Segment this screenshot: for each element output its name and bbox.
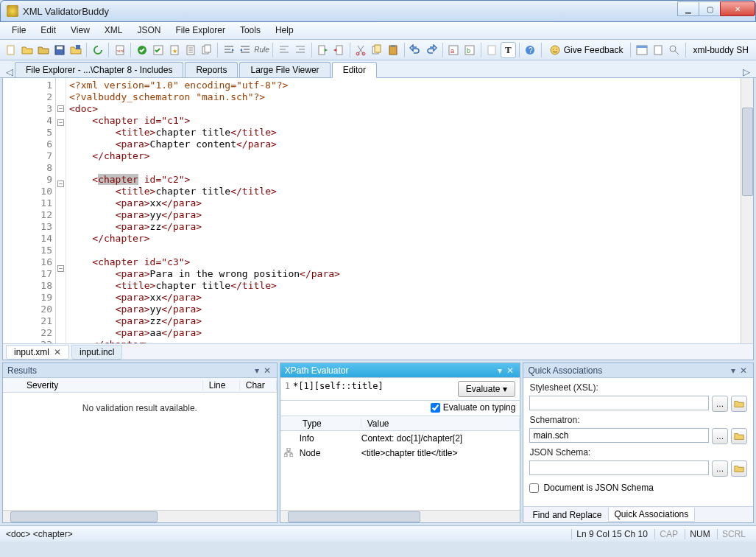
quick-associations-panel: Quick Associations ▾ ✕ Stylesheet (XSL):… — [523, 362, 754, 523]
open-folder-icon[interactable] — [19, 42, 35, 58]
doc-list-icon[interactable] — [183, 42, 198, 58]
results-panel-header[interactable]: Results ▾ ✕ — [3, 363, 277, 378]
results-col-char[interactable]: Char — [240, 380, 277, 390]
schematron-open-button[interactable] — [731, 428, 747, 444]
quick-associations-close-icon[interactable]: ✕ — [738, 365, 749, 376]
xpath-col-type[interactable]: Type — [297, 418, 361, 429]
undo-icon[interactable] — [408, 42, 423, 58]
menu-file-explorer[interactable]: File Explorer — [169, 22, 233, 39]
refresh-icon[interactable] — [90, 42, 105, 58]
doc-view-icon[interactable] — [650, 42, 665, 58]
results-col-line[interactable]: Line — [203, 380, 240, 390]
stylesheet-input[interactable] — [529, 396, 709, 410]
quick-assoc-tab[interactable]: Find and Replace — [526, 508, 607, 522]
cut-icon[interactable] — [353, 42, 369, 58]
window-layout-icon[interactable] — [634, 42, 649, 58]
evaluate-button[interactable]: Evaluate▾ — [458, 381, 516, 397]
menu-tools[interactable]: Tools — [233, 22, 268, 39]
open-folder-alt-icon[interactable] — [35, 42, 51, 58]
svg-point-28 — [551, 46, 559, 55]
status-num: NUM — [685, 529, 714, 539]
give-feedback-button[interactable]: Give Feedback — [545, 42, 628, 58]
save-all-icon[interactable] — [68, 42, 83, 58]
json-schema-input[interactable] — [529, 460, 709, 475]
results-dropdown-icon[interactable]: ▾ — [252, 365, 262, 376]
xpath-expression-input[interactable]: 1*[1][self::title] — [285, 381, 453, 391]
menu-view[interactable]: View — [63, 22, 97, 39]
redo-icon[interactable] — [424, 42, 439, 58]
evaluate-on-typing-checkbox[interactable] — [431, 403, 440, 413]
doc-import-icon[interactable] — [331, 42, 347, 58]
save-icon[interactable] — [52, 42, 67, 58]
schematron-input[interactable] — [529, 428, 709, 443]
file-tab[interactable]: input.xml✕ — [6, 345, 69, 360]
xpath-col-value[interactable]: Value — [361, 418, 520, 429]
quick-associations-dropdown-icon[interactable]: ▾ — [728, 365, 738, 376]
xpath-panel-header[interactable]: XPath Evaluator ▾ ✕ — [280, 363, 520, 378]
tab-scroll-right-icon[interactable]: ▷ — [741, 66, 752, 77]
doc-tab[interactable]: Reports — [185, 62, 238, 77]
svg-text:★: ★ — [172, 48, 177, 55]
menu-help[interactable]: Help — [268, 22, 301, 39]
menu-edit[interactable]: Edit — [33, 22, 63, 39]
xpath-result-rows: InfoContext: doc[1]/chapter[2]Node<title… — [280, 431, 520, 461]
validate-ok-icon[interactable] — [134, 42, 149, 58]
schematron-browse-button[interactable]: … — [712, 428, 728, 444]
xpath-close-icon[interactable]: ✕ — [505, 365, 515, 376]
xpath-horizontal-scrollbar[interactable] — [280, 510, 520, 522]
menu-xml[interactable]: XML — [97, 22, 130, 39]
code-indent-icon[interactable] — [276, 42, 292, 58]
minimize-button[interactable]: ▁ — [677, 1, 699, 16]
menu-json[interactable]: JSON — [130, 22, 169, 39]
code-editor[interactable]: <?xml version="1.0" encoding="utf-8"?><?… — [66, 78, 741, 343]
text-t-icon[interactable]: T — [501, 42, 516, 58]
new-file-icon[interactable] — [3, 42, 18, 58]
quick-associations-header[interactable]: Quick Associations ▾ ✕ — [523, 363, 753, 378]
results-col-severity[interactable]: Severity — [21, 380, 203, 390]
doc-tab[interactable]: Large File Viewer — [239, 62, 330, 77]
doc-export-icon[interactable] — [314, 42, 330, 58]
find-icon[interactable] — [667, 42, 682, 58]
rule-icon[interactable]: Rule — [253, 42, 269, 58]
fold-column[interactable]: −−−− — [56, 78, 66, 343]
indent-right-icon[interactable] — [221, 42, 236, 58]
json-schema-browse-button[interactable]: … — [712, 460, 728, 477]
maximize-button[interactable]: ▢ — [699, 1, 721, 16]
svg-text:xml: xml — [117, 49, 124, 53]
editor-file-tabs: input.xml✕input.incl — [3, 343, 753, 360]
menu-file[interactable]: File — [4, 22, 33, 39]
help-icon[interactable]: ? — [523, 42, 538, 58]
code-outdent-icon[interactable] — [292, 42, 308, 58]
stylesheet-open-button[interactable] — [731, 396, 747, 412]
schema-check-icon[interactable] — [150, 42, 166, 58]
results-close-icon[interactable]: ✕ — [262, 365, 272, 376]
json-schema-open-button[interactable] — [731, 460, 747, 477]
copy-icon[interactable] — [370, 42, 385, 58]
doc-tab[interactable]: File Explorer - ...\Chapter 8 - Includes — [15, 62, 183, 77]
doc-plain-icon[interactable] — [484, 42, 500, 58]
document-tab-strip: ◁ File Explorer - ...\Chapter 8 - Includ… — [0, 60, 756, 78]
doc-is-json-schema-checkbox[interactable] — [529, 483, 539, 493]
doc-tab[interactable]: Editor — [332, 62, 377, 78]
file-tab-close-icon[interactable]: ✕ — [54, 347, 61, 357]
xpath-dropdown-icon[interactable]: ▾ — [495, 365, 505, 376]
doc-copy-icon[interactable] — [199, 42, 214, 58]
xml-doc-icon[interactable]: xml — [112, 42, 127, 58]
give-feedback-label: Give Feedback — [564, 45, 623, 55]
quick-associations-title: Quick Associations — [528, 365, 728, 376]
paste-icon[interactable] — [386, 42, 401, 58]
quick-assoc-tab[interactable]: Quick Associations — [608, 508, 696, 522]
stylesheet-browse-button[interactable]: … — [712, 396, 728, 412]
svg-rect-25 — [488, 46, 495, 55]
close-button[interactable]: ✕ — [720, 1, 755, 16]
xpath-result-row[interactable]: Node<title>chapter title</title> — [280, 446, 520, 461]
tab-scroll-left-icon[interactable]: ◁ — [4, 66, 15, 77]
tool-b-icon[interactable]: b — [462, 42, 478, 58]
editor-vertical-scrollbar[interactable] — [741, 78, 753, 343]
xpath-result-row[interactable]: InfoContext: doc[1]/chapter[2] — [280, 431, 520, 446]
tool-a-icon[interactable]: a — [446, 42, 462, 58]
doc-star-icon[interactable]: ★ — [166, 42, 182, 58]
indent-left-icon[interactable] — [237, 42, 252, 58]
file-tab[interactable]: input.incl — [71, 345, 122, 360]
results-horizontal-scrollbar[interactable] — [3, 510, 277, 522]
